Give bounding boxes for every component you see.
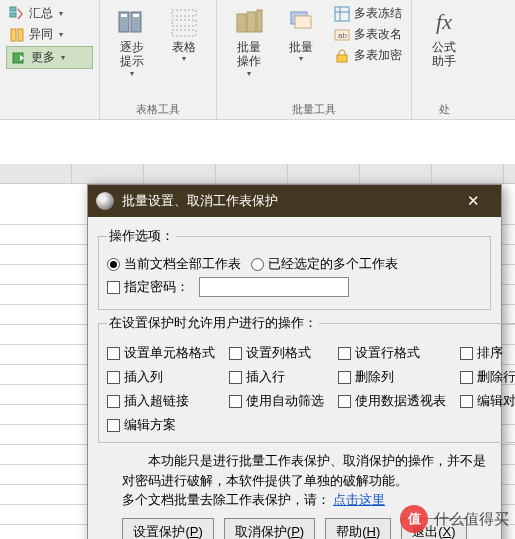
group-label [6,115,93,117]
multi-encrypt-button[interactable]: 多表加密 [331,46,405,65]
rename-icon: ab [334,27,350,43]
watermark-text: 什么值得买 [434,510,509,529]
perm-checkbox[interactable]: 插入列 [107,368,215,386]
batch-op-button[interactable]: 批量 操作 ▾ [223,4,275,78]
rename-label: 多表改名 [354,26,402,43]
specify-pwd-label: 指定密码： [124,278,189,296]
perm-legend: 在设置保护时允许用户进行的操作： [107,314,319,332]
note-line2-prefix: 多个文档批量去除工作表保护，请： [122,492,330,507]
options-fieldset: 操作选项： 当前文档全部工作表 已经选定的多个工作表 指定密码： [98,227,491,310]
more-icon [11,50,27,66]
radio-mark-icon [107,258,120,271]
group-label-table: 表格工具 [106,100,210,117]
checkbox-icon [229,347,242,360]
dialog-titlebar[interactable]: 批量设置、取消工作表保护 ✕ [88,185,501,217]
multi-rename-button[interactable]: ab 多表改名 [331,25,405,44]
perm-checkbox[interactable]: 使用数据透视表 [338,392,446,410]
checkbox-icon [229,395,242,408]
batch-button[interactable]: 批量 ▾ [275,4,327,78]
batch-label: 批量 [289,40,313,54]
radio-selected-sheets[interactable]: 已经选定的多个工作表 [251,255,398,273]
perm-label: 编辑对象 [477,392,515,410]
more-label: 更多 [31,49,55,66]
perm-checkbox[interactable]: 排序 [460,344,515,362]
checkbox-icon [107,395,120,408]
step-hint-label: 逐步 提示 [120,40,144,69]
specify-password-checkbox[interactable]: 指定密码： [107,278,189,296]
perm-checkbox[interactable]: 删除行 [460,368,515,386]
more-button[interactable]: 更多 ▾ [6,46,93,69]
radio-all-label: 当前文档全部工作表 [124,255,241,273]
svg-rect-14 [257,10,262,32]
freeze-icon [334,6,350,22]
close-button[interactable]: ✕ [453,192,493,210]
perm-label: 删除列 [355,368,394,386]
batch-protect-dialog: 批量设置、取消工作表保护 ✕ 操作选项： 当前文档全部工作表 已经选定的多个工作… [87,184,502,539]
permissions-grid: 设置单元格格式设置列格式设置行格式排序插入列插入行删除列删除行插入超链接使用自动… [107,344,515,434]
help-button[interactable]: 帮助(H) [325,518,391,540]
perm-checkbox[interactable]: 使用自动筛选 [229,392,324,410]
checkbox-icon [460,371,473,384]
checkbox-icon [107,419,120,432]
set-protect-button[interactable]: 设置保护(P) [122,518,213,540]
unset-protect-button[interactable]: 取消保护(P) [224,518,315,540]
perm-checkbox[interactable]: 设置行格式 [338,344,446,362]
dialog-orb-icon [96,192,114,210]
fx-label: 公式 助手 [432,40,456,69]
checkbox-icon [107,371,120,384]
perm-checkbox[interactable]: 设置列格式 [229,344,324,362]
svg-rect-3 [18,29,23,41]
ribbon-group-batch-tools: 批量 操作 ▾ 批量 ▾ 多表冻结 ab 多表改名 [217,0,412,119]
perm-checkbox[interactable]: 编辑方案 [107,416,215,434]
batch-op-label: 批量 操作 [237,40,261,69]
encrypt-icon [334,48,350,64]
ribbon-group-formula: fx 公式 助手 处 [412,0,476,119]
step-hint-button[interactable]: 逐步 提示 ▾ [106,4,158,78]
perm-checkbox[interactable]: 编辑对象 [460,392,515,410]
svg-rect-7 [121,14,127,17]
chevron-down-icon: ▾ [182,54,186,64]
chevron-down-icon: ▾ [59,30,63,39]
perm-label: 使用数据透视表 [355,392,446,410]
svg-rect-22 [337,55,347,62]
perm-label: 使用自动筛选 [246,392,324,410]
perm-checkbox[interactable]: 设置单元格格式 [107,344,215,362]
perm-label: 设置单元格格式 [124,344,215,362]
svg-rect-10 [172,20,196,26]
perm-checkbox[interactable]: 插入行 [229,368,324,386]
summary-label: 汇总 [29,5,53,22]
diff-button[interactable]: 异同 ▾ [6,25,93,44]
perm-label: 编辑方案 [124,416,176,434]
password-input[interactable] [199,277,349,297]
perm-label: 插入行 [246,368,285,386]
svg-rect-13 [247,12,256,32]
chevron-down-icon: ▾ [247,69,251,79]
summary-button[interactable]: 汇总 ▾ [6,4,93,23]
formula-helper-button[interactable]: fx 公式 助手 [418,4,470,69]
dialog-body: 操作选项： 当前文档全部工作表 已经选定的多个工作表 指定密码： [88,217,501,539]
svg-rect-11 [172,30,196,36]
svg-rect-16 [295,16,311,28]
group-label-batch: 批量工具 [223,100,405,117]
note-link[interactable]: 点击这里 [333,492,385,507]
perm-checkbox[interactable]: 插入超链接 [107,392,215,410]
encrypt-label: 多表加密 [354,47,402,64]
perm-label: 插入超链接 [124,392,189,410]
checkbox-icon [338,371,351,384]
perm-label: 设置行格式 [355,344,420,362]
checkbox-icon [107,347,120,360]
fx-icon: fx [428,6,460,38]
perm-checkbox[interactable]: 删除列 [338,368,446,386]
watermark: 值 什么值得买 [400,505,509,533]
chevron-down-icon: ▾ [130,69,134,79]
summary-icon [9,6,25,22]
multi-freeze-button[interactable]: 多表冻结 [331,4,405,23]
table-button[interactable]: 表格 ▾ [158,4,210,78]
group-label-proc: 处 [418,100,470,117]
ribbon-group-summary: 汇总 ▾ 异同 ▾ 更多 ▾ [0,0,100,119]
checkbox-icon [229,371,242,384]
radio-all-sheets[interactable]: 当前文档全部工作表 [107,255,241,273]
perm-label: 插入列 [124,368,163,386]
chevron-down-icon: ▾ [61,53,65,62]
chevron-down-icon: ▾ [299,54,303,64]
